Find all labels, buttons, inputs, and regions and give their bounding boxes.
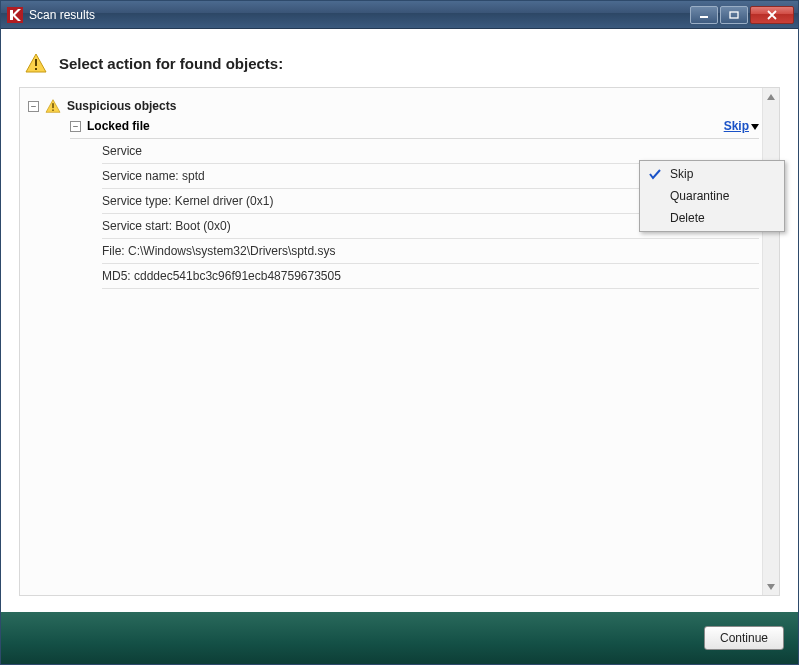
detail-row: File: C:\Windows\system32\Drivers\sptd.s… bbox=[102, 239, 759, 264]
continue-button[interactable]: Continue bbox=[704, 626, 784, 650]
window-controls bbox=[690, 6, 794, 24]
dropdown-item-label: Skip bbox=[670, 167, 693, 181]
collapse-icon[interactable]: − bbox=[70, 121, 81, 132]
warning-icon bbox=[25, 53, 47, 73]
minimize-button[interactable] bbox=[690, 6, 718, 24]
svg-rect-5 bbox=[52, 103, 53, 108]
item-locked-file[interactable]: − Locked file Skip bbox=[70, 116, 759, 139]
dropdown-item-delete[interactable]: Delete bbox=[642, 207, 782, 229]
chevron-down-icon bbox=[751, 119, 759, 133]
svg-rect-1 bbox=[700, 16, 708, 18]
footer-bar: Continue bbox=[1, 612, 798, 664]
svg-rect-4 bbox=[35, 68, 37, 70]
scroll-down-button[interactable] bbox=[763, 578, 779, 595]
dropdown-item-label: Delete bbox=[670, 211, 705, 225]
dropdown-item-skip[interactable]: Skip bbox=[642, 163, 782, 185]
dropdown-item-quarantine[interactable]: Quarantine bbox=[642, 185, 782, 207]
scroll-up-button[interactable] bbox=[763, 88, 779, 105]
action-dropdown-link[interactable]: Skip bbox=[724, 119, 759, 133]
titlebar: Scan results bbox=[1, 1, 798, 29]
kaspersky-logo-icon bbox=[7, 7, 23, 23]
detail-row: MD5: cdddec541bc3c96f91ecb48759673505 bbox=[102, 264, 759, 289]
body-area: Select action for found objects: − Suspi… bbox=[1, 29, 798, 604]
header-row: Select action for found objects: bbox=[25, 53, 774, 73]
checkmark-icon bbox=[646, 168, 664, 180]
dropdown-item-label: Quarantine bbox=[670, 189, 729, 203]
scan-results-window: Scan results Select action fo bbox=[0, 0, 799, 665]
collapse-icon[interactable]: − bbox=[28, 101, 39, 112]
item-label: Locked file bbox=[87, 119, 150, 133]
action-dropdown-menu: Skip Quarantine Delete bbox=[639, 160, 785, 232]
svg-rect-3 bbox=[35, 59, 37, 66]
maximize-button[interactable] bbox=[720, 6, 748, 24]
svg-rect-2 bbox=[730, 12, 738, 18]
page-title: Select action for found objects: bbox=[59, 55, 283, 72]
continue-button-label: Continue bbox=[720, 631, 768, 645]
svg-rect-6 bbox=[52, 110, 53, 111]
group-suspicious-objects[interactable]: − Suspicious objects bbox=[28, 96, 759, 116]
window-title: Scan results bbox=[29, 8, 95, 22]
close-button[interactable] bbox=[750, 6, 794, 24]
group-label: Suspicious objects bbox=[67, 99, 176, 113]
action-label: Skip bbox=[724, 119, 749, 133]
warning-icon bbox=[45, 99, 61, 113]
